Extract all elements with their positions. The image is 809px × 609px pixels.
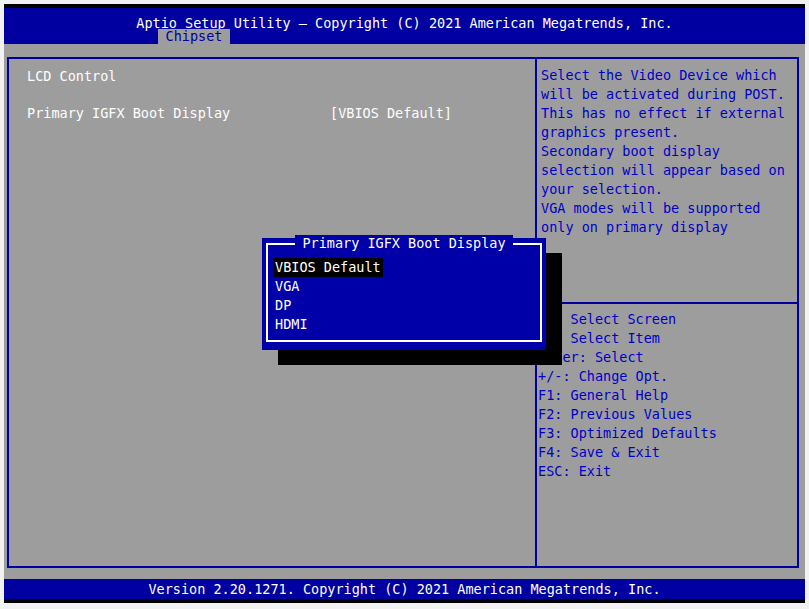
legend-select-item: ↑↓: Select Item [538,329,717,348]
popup-option-vga[interactable]: VGA [275,277,383,296]
tab-chipset[interactable]: Chipset [158,29,230,44]
help-text: Select the Video Device which will be ac… [541,66,785,237]
header-title: Aptio Setup Utility – Copyright (C) 2021… [4,15,805,31]
setting-value[interactable]: [VBIOS Default] [330,105,452,121]
legend-f3-optimized-defaults: F3: Optimized Defaults [538,424,717,443]
legend-enter-select: Enter: Select [538,348,717,367]
bottom-black-strip [4,599,805,603]
help-line: graphics present. [541,123,785,142]
key-legend: →←: Select Screen ↑↓: Select Item Enter:… [538,310,717,481]
horizontal-divider [537,302,797,304]
help-line: Select the Video Device which [541,66,785,85]
popup-option-dp[interactable]: DP [275,296,383,315]
legend-f1-general-help: F1: General Help [538,386,717,405]
help-line: VGA modes will be supported [541,199,785,218]
popup-option-vbios-default[interactable]: VBIOS Default [275,258,383,277]
legend-f4-save-exit: F4: Save & Exit [538,443,717,462]
legend-f2-previous-values: F2: Previous Values [538,405,717,424]
help-line: will be activated during POST. [541,85,785,104]
popup-primary-igfx-boot-display: Primary IGFX Boot Display VBIOS Default … [262,238,546,350]
footer-version-text: Version 2.20.1271. Copyright (C) 2021 Am… [4,581,805,597]
help-line: only on primary display [541,218,785,237]
popup-option-hdmi[interactable]: HDMI [275,315,383,334]
setting-primary-igfx-boot-display[interactable]: Primary IGFX Boot Display [27,105,230,121]
section-title: LCD Control [27,68,116,84]
popup-options: VBIOS Default VGA DP HDMI [275,258,383,334]
help-line: selection will appear based on [541,161,785,180]
legend-esc-exit: ESC: Exit [538,462,717,481]
help-line: your selection. [541,180,785,199]
legend-select-screen: →←: Select Screen [538,310,717,329]
help-line: This has no effect if external [541,104,785,123]
legend-change-opt: +/-: Change Opt. [538,367,717,386]
popup-title: Primary IGFX Boot Display [262,235,546,251]
help-line: Secondary boot display [541,142,785,161]
bios-screen: Aptio Setup Utility – Copyright (C) 2021… [4,4,805,603]
